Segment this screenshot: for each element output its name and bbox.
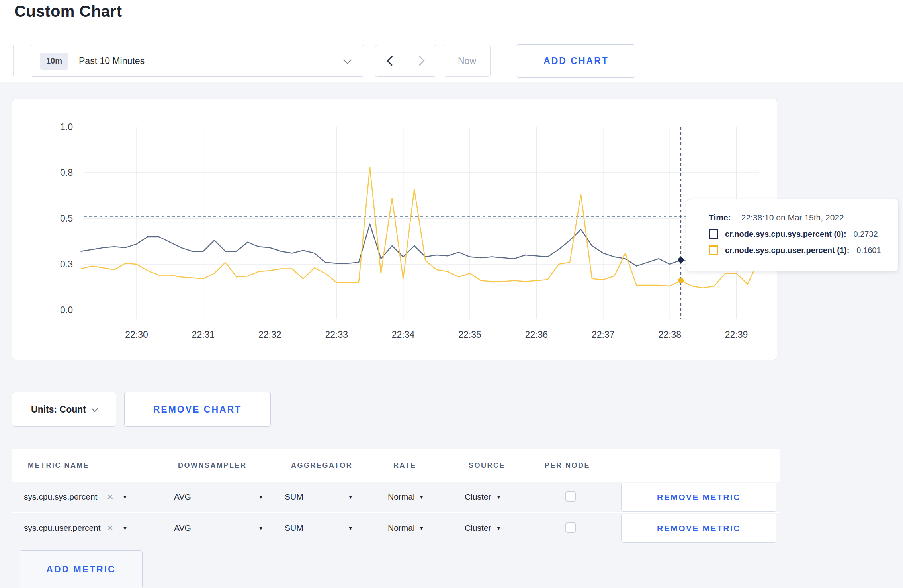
page-header: Custom Chart 10m Past 10 Minutes Now ADD… [0,0,903,82]
svg-text:0.5: 0.5 [60,213,73,224]
svg-text:22:39: 22:39 [725,329,748,340]
metric-name-select[interactable]: sys.cpu.user.percent × ▼ [24,513,128,543]
custom-chart-page: Custom Chart 10m Past 10 Minutes Now ADD… [0,0,903,588]
tooltip-series-row: cr.node.sys.cpu.sys.percent (0): 0.2732 [709,229,890,239]
caret-down-icon: ▼ [348,494,353,500]
col-header-rate: RATE [393,461,416,470]
caret-down-icon: ▼ [419,494,424,500]
rate-select[interactable]: Normal ▼ [388,513,424,543]
add-chart-button[interactable]: ADD CHART [517,44,635,78]
metric-name-select[interactable]: sys.cpu.sys.percent × ▼ [24,482,128,512]
downsampler-select[interactable]: AVG ▼ [174,482,264,512]
rate-value: Normal [388,492,415,502]
col-header-downsampler: DOWNSAMPLER [178,461,247,470]
metric-name-value: sys.cpu.sys.percent [24,492,97,502]
source-value: Cluster [465,523,491,533]
chevron-left-icon [387,56,397,66]
col-header-per-node: PER NODE [545,461,590,470]
col-header-metric-name: METRIC NAME [28,461,90,470]
svg-text:22:31: 22:31 [192,329,215,340]
chevron-down-icon [343,55,352,64]
caret-down-icon: ▼ [348,525,353,531]
caret-down-icon: ▼ [122,494,128,500]
clear-metric-icon[interactable]: × [107,522,113,533]
caret-down-icon: ▼ [122,525,128,531]
metrics-table-header: METRIC NAME DOWNSAMPLER AGGREGATOR RATE … [12,449,780,482]
svg-text:0.8: 0.8 [60,167,73,178]
caret-down-icon: ▼ [496,525,502,531]
downsampler-select[interactable]: AVG ▼ [174,513,264,543]
caret-down-icon: ▼ [258,525,264,531]
svg-text:22:35: 22:35 [458,329,481,340]
clear-metric-icon[interactable]: × [107,491,113,502]
caret-down-icon: ▼ [419,525,424,531]
aggregator-select[interactable]: SUM ▼ [285,482,353,512]
source-select[interactable]: Cluster ▼ [465,513,501,543]
chart-hover-tooltip: Time: 22:38:10 on Mar 15th, 2022 cr.node… [686,199,899,271]
time-range-badge: 10m [40,53,68,70]
time-prev-button[interactable] [375,45,406,76]
col-header-aggregator: AGGREGATOR [291,461,352,470]
svg-text:22:32: 22:32 [258,329,281,340]
svg-text:0.0: 0.0 [60,305,73,315]
chart-panel[interactable]: 0.00.30.50.81.022:3022:3122:3222:3322:34… [12,99,777,360]
svg-text:22:33: 22:33 [325,329,348,340]
tooltip-time-value: 22:38:10 on Mar 15th, 2022 [741,213,844,222]
cpu-percent-line-chart[interactable]: 0.00.30.50.81.022:3022:3122:3222:3322:34… [12,99,777,359]
svg-text:1.0: 1.0 [60,122,73,132]
metrics-table-rows: sys.cpu.sys.percent × ▼ AVG ▼ SUM ▼ Norm… [12,482,780,544]
table-row: sys.cpu.user.percent × ▼ AVG ▼ SUM ▼ Nor… [12,513,780,543]
svg-text:22:38: 22:38 [658,329,681,340]
svg-text:22:34: 22:34 [392,329,415,340]
tooltip-time-row: Time: 22:38:10 on Mar 15th, 2022 [709,213,890,222]
add-metric-button[interactable]: ADD METRIC [20,550,143,588]
rate-value: Normal [388,523,415,533]
downsampler-value: AVG [174,492,191,502]
time-nav-group [375,45,436,77]
aggregator-value: SUM [285,523,303,533]
metric-name-value: sys.cpu.user.percent [24,523,101,533]
svg-text:22:30: 22:30 [125,329,148,340]
svg-text:0.3: 0.3 [60,259,73,269]
tooltip-time-label: Time: [709,213,731,222]
svg-text:22:37: 22:37 [592,329,615,340]
remove-metric-button[interactable]: REMOVE METRIC [621,514,776,543]
tooltip-series-value: 0.2732 [854,230,878,239]
col-header-source: SOURCE [469,461,505,470]
per-node-checkbox[interactable] [565,491,576,502]
aggregator-select[interactable]: SUM ▼ [285,513,353,543]
aggregator-value: SUM [285,492,303,502]
downsampler-value: AVG [174,523,191,533]
source-select[interactable]: Cluster ▼ [465,482,501,512]
remove-chart-button[interactable]: REMOVE CHART [124,392,271,427]
toolbar-divider [13,45,14,76]
chevron-down-icon [91,405,98,412]
svg-text:22:36: 22:36 [525,329,548,340]
user-series-swatch-icon [709,245,718,255]
metrics-table: METRIC NAME DOWNSAMPLER AGGREGATOR RATE … [12,449,780,543]
time-range-dropdown[interactable]: 10m Past 10 Minutes [31,45,364,77]
tooltip-series-value: 0.1601 [856,246,881,255]
table-row: sys.cpu.sys.percent × ▼ AVG ▼ SUM ▼ Norm… [12,482,780,512]
page-title: Custom Chart [14,2,122,20]
now-button[interactable]: Now [444,45,491,77]
chevron-right-icon [415,56,425,66]
time-range-label: Past 10 Minutes [79,56,145,66]
caret-down-icon: ▼ [258,494,264,500]
units-dropdown[interactable]: Units: Count [12,392,116,427]
caret-down-icon: ▼ [496,494,502,500]
remove-metric-button[interactable]: REMOVE METRIC [621,483,776,512]
per-node-checkbox[interactable] [565,522,576,533]
tooltip-series-label: cr.node.sys.cpu.sys.percent (0): [725,230,846,239]
source-value: Cluster [465,492,491,502]
rate-select[interactable]: Normal ▼ [388,482,424,512]
time-next-button[interactable] [406,45,436,76]
tooltip-series-row: cr.node.sys.cpu.user.percent (1): 0.1601 [709,245,890,255]
tooltip-series-label: cr.node.sys.cpu.user.percent (1): [725,246,849,255]
sys-series-swatch-icon [709,229,718,239]
units-label: Units: Count [31,404,86,415]
